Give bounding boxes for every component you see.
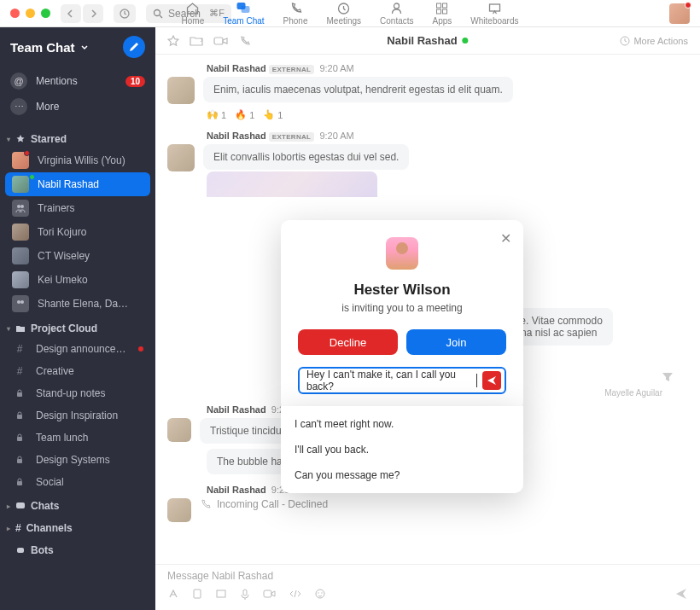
- phone-icon[interactable]: [239, 35, 251, 47]
- section-project-cloud[interactable]: ▾Project Cloud: [0, 316, 155, 338]
- format-icon[interactable]: [167, 588, 179, 600]
- svg-rect-21: [17, 548, 24, 553]
- section-channels[interactable]: ▸#Channels: [0, 515, 155, 537]
- svg-rect-17: [17, 437, 22, 441]
- reply-input[interactable]: Hey I can't make it, can I call you back…: [298, 367, 506, 394]
- folder-outline-icon[interactable]: [190, 35, 203, 47]
- close-icon[interactable]: ✕: [500, 230, 511, 247]
- svg-rect-26: [243, 590, 247, 595]
- svg-rect-10: [489, 4, 499, 11]
- starred-item-trainers[interactable]: Trainers: [0, 196, 155, 220]
- message-bubble: Elit convallis lobortis egestas dui vel …: [203, 144, 409, 170]
- tab-apps[interactable]: Apps: [433, 2, 452, 26]
- tab-home[interactable]: Home: [182, 2, 205, 26]
- svg-rect-15: [17, 392, 22, 397]
- decline-button[interactable]: Decline: [298, 329, 398, 355]
- tab-phone[interactable]: Phone: [283, 2, 308, 26]
- svg-point-14: [20, 300, 24, 304]
- zoom-window[interactable]: [41, 9, 50, 18]
- svg-rect-3: [241, 6, 249, 13]
- project-design-announcements[interactable]: #Design announcements: [0, 338, 155, 360]
- project-lunch[interactable]: Team lunch: [0, 427, 155, 449]
- meeting-invite-modal: ✕ Hester Wilson is inviting you to a mee…: [281, 220, 523, 411]
- starred-item-tori[interactable]: Tori Kojuro: [0, 220, 155, 244]
- starred-item-nabil[interactable]: Nabil Rashad: [5, 172, 150, 196]
- caller-name: Hester Wilson: [298, 282, 506, 299]
- svg-rect-25: [217, 590, 225, 597]
- lock-icon: [12, 408, 27, 423]
- hash-icon: #: [15, 522, 21, 534]
- screenshot-icon[interactable]: [215, 588, 227, 600]
- emoji-icon[interactable]: [314, 588, 326, 600]
- svg-rect-7: [443, 3, 447, 8]
- section-starred[interactable]: ▾Starred: [0, 126, 155, 148]
- invite-subtitle: is inviting you to a meeting: [298, 302, 506, 314]
- starred-item-virginia[interactable]: Virginia Willis (You): [0, 148, 155, 172]
- sidebar-more[interactable]: ⋯ More: [0, 94, 155, 119]
- sidebar: Team Chat @ Mentions 10 ⋯ More ▾Starred …: [0, 27, 155, 610]
- minimize-window[interactable]: [26, 9, 35, 18]
- more-icon: ⋯: [10, 98, 27, 115]
- lock-icon: [12, 474, 27, 490]
- svg-rect-8: [437, 9, 441, 14]
- project-creative[interactable]: #Creative: [0, 360, 155, 382]
- star-icon: [15, 134, 26, 144]
- suggestion-item[interactable]: I'll call you back.: [281, 437, 523, 462]
- tab-contacts[interactable]: Contacts: [380, 2, 413, 26]
- attach-icon[interactable]: [191, 588, 203, 600]
- project-inspiration[interactable]: Design Inspiration: [0, 404, 155, 427]
- mic-icon[interactable]: [239, 588, 251, 600]
- nav-forward[interactable]: [83, 4, 103, 23]
- lock-icon: [12, 452, 27, 468]
- section-chats[interactable]: ▸Chats: [0, 493, 155, 515]
- contacts-icon: [389, 2, 405, 15]
- close-window[interactable]: [10, 9, 20, 18]
- starred-item-kei[interactable]: Kei Umeko: [0, 268, 155, 292]
- more-actions[interactable]: More Actions: [620, 36, 688, 46]
- project-design-systems[interactable]: Design Systems: [0, 449, 155, 471]
- svg-point-30: [321, 592, 322, 593]
- hash-icon: #: [12, 341, 27, 357]
- starred-item-group[interactable]: Shante Elena, Daniel Bow...: [0, 292, 155, 316]
- section-bots[interactable]: ▸Bots: [0, 537, 155, 560]
- reactions[interactable]: 🙌 1🔥 1👆 1: [207, 109, 688, 120]
- svg-rect-27: [264, 590, 271, 597]
- project-social[interactable]: Social: [0, 471, 155, 493]
- send-reply-button[interactable]: [482, 371, 501, 390]
- people-icon: [12, 295, 29, 312]
- project-standup[interactable]: Stand-up notes: [0, 382, 155, 404]
- join-button[interactable]: Join: [406, 329, 506, 355]
- filter-icon[interactable]: [661, 370, 674, 384]
- avatar: [167, 77, 195, 104]
- svg-rect-9: [443, 9, 447, 14]
- suggestion-item[interactable]: I can't meet right now.: [281, 411, 523, 437]
- tab-meetings[interactable]: Meetings: [326, 2, 361, 26]
- bot-icon: [15, 545, 26, 555]
- search-icon: [153, 9, 163, 19]
- starred-item-ct[interactable]: CT Wiseley: [0, 244, 155, 268]
- code-icon[interactable]: [289, 588, 302, 600]
- compose-button[interactable]: [123, 36, 145, 58]
- tab-team-chat[interactable]: Team Chat: [223, 2, 264, 26]
- send-icon[interactable]: [674, 587, 688, 601]
- video-icon[interactable]: [213, 35, 229, 47]
- presence-dot: [463, 38, 469, 44]
- composer[interactable]: Message Nabil Rashad: [155, 564, 700, 610]
- sidebar-mentions[interactable]: @ Mentions 10: [0, 68, 155, 94]
- video-icon[interactable]: [263, 588, 277, 600]
- suggestion-item[interactable]: Can you message me?: [281, 462, 523, 488]
- tab-whiteboards[interactable]: Whiteboards: [470, 2, 518, 26]
- nav-back[interactable]: [61, 4, 81, 23]
- top-tabs: Home Team Chat Phone Meetings Contacts A…: [182, 0, 519, 26]
- svg-rect-22: [214, 38, 223, 44]
- conversation-header: Nabil Rashad More Actions: [155, 27, 700, 55]
- lock-icon: [12, 430, 27, 445]
- sidebar-title[interactable]: Team Chat: [10, 40, 89, 55]
- folder-icon: [15, 323, 26, 334]
- profile-avatar[interactable]: [669, 3, 690, 24]
- image-preview[interactable]: [207, 171, 377, 197]
- lock-icon: [12, 386, 27, 401]
- star-outline-icon[interactable]: [167, 35, 179, 47]
- history-button[interactable]: [114, 4, 136, 23]
- svg-rect-19: [17, 481, 22, 485]
